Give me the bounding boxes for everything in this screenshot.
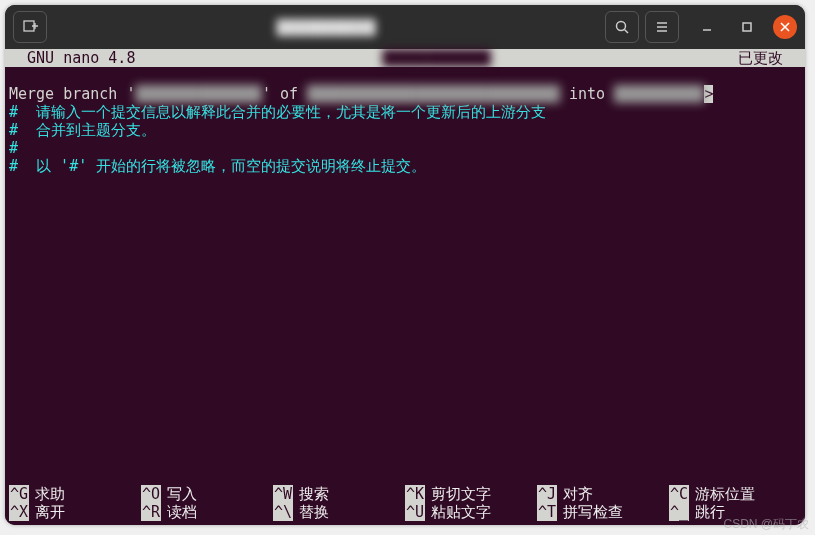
svg-rect-9 — [743, 23, 751, 31]
shortcut-spell: ^T拼写检查 — [537, 503, 669, 521]
svg-line-4 — [625, 30, 629, 34]
shortcut-cut: ^K剪切文字 — [405, 485, 537, 503]
close-icon — [779, 21, 791, 33]
nano-shortcuts: ^G求助 ^O写入 ^W搜索 ^K剪切文字 ^J对齐 ^C游标位置 ^X离开 ^… — [9, 485, 801, 521]
terminal-area[interactable]: GNU nano 4.8 ████████████ 已更改 Merge bran… — [5, 49, 805, 525]
shortcut-search: ^W搜索 — [273, 485, 405, 503]
hamburger-icon — [654, 19, 670, 35]
shortcut-replace: ^\替换 — [273, 503, 405, 521]
titlebar: ██████████ — [5, 5, 805, 49]
minimize-button[interactable] — [695, 15, 719, 39]
shortcut-paste: ^U粘贴文字 — [405, 503, 537, 521]
editor-content[interactable]: Merge branch '██████████████' of ███████… — [5, 67, 805, 175]
comment-line-1: # 请输入一个提交信息以解释此合并的必要性，尤其是将一个更新后的上游分支 — [9, 103, 546, 121]
new-tab-icon — [22, 19, 38, 35]
close-button[interactable] — [773, 15, 797, 39]
comment-line-2: # 合并到主题分支。 — [9, 121, 156, 139]
minimize-icon — [700, 20, 714, 34]
search-icon — [614, 19, 630, 35]
shortcut-writeout: ^O写入 — [141, 485, 273, 503]
menu-button[interactable] — [645, 11, 679, 43]
watermark: CSDN @码丁农 — [723, 516, 809, 533]
new-tab-button[interactable] — [13, 11, 47, 43]
shortcut-justify: ^J对齐 — [537, 485, 669, 503]
svg-point-3 — [617, 22, 626, 31]
nano-header: GNU nano 4.8 ████████████ 已更改 — [5, 49, 805, 67]
search-button[interactable] — [605, 11, 639, 43]
shortcut-curpos: ^C游标位置 — [669, 485, 801, 503]
comment-line-4: # 以 '#' 开始的行将被忽略，而空的提交说明将终止提交。 — [9, 157, 426, 175]
merge-line: Merge branch '██████████████' of ███████… — [9, 85, 713, 103]
comment-line-3: # — [9, 139, 18, 157]
nano-filename: ████████████ — [135, 49, 738, 67]
nano-status: 已更改 — [738, 49, 805, 67]
maximize-icon — [740, 20, 754, 34]
nano-app-name: GNU nano 4.8 — [5, 49, 135, 67]
maximize-button[interactable] — [735, 15, 759, 39]
shortcut-readfile: ^R读档 — [141, 503, 273, 521]
shortcut-help: ^G求助 — [9, 485, 141, 503]
terminal-window: ██████████ — [5, 5, 805, 525]
window-title: ██████████ — [53, 19, 599, 35]
shortcut-exit: ^X离开 — [9, 503, 141, 521]
